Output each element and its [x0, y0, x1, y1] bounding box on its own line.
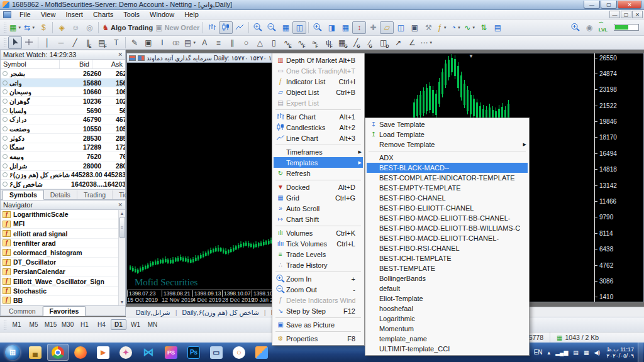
maximize-button[interactable]: ▢ — [601, 1, 617, 9]
trade-levels-btn-button[interactable]: ⇅ — [477, 21, 491, 34]
navigator-item-mfi[interactable]: ƒMFI — [1, 219, 118, 229]
taskbar-vscode-button[interactable]: ⋈ — [138, 344, 159, 361]
symbol-column-header[interactable]: Symbol — [1, 60, 60, 69]
taskbar-media-player-button[interactable]: ▶ — [92, 344, 114, 361]
bar-chart-menu-item[interactable]: Bar ChartAlt+1 — [274, 111, 363, 122]
navigator-item-colormacd-histogram[interactable]: ƒcolormacd_histogram — [1, 248, 118, 258]
mdi-restore-button[interactable]: ▢ — [621, 11, 631, 18]
delete-indicators-window-menu-item[interactable]: ƒDelete Indicators Window — [274, 295, 363, 305]
trade-history-menu-item[interactable]: ∴Trade History — [274, 260, 363, 270]
grid-menu-item[interactable]: ▦GridCtrl+G — [274, 192, 363, 203]
navigator-btn-button[interactable]: ☺ — [69, 21, 82, 34]
period-button-m15[interactable]: M15 — [43, 319, 58, 330]
properties-menu-item[interactable]: ⚙PropertiesF8 — [274, 333, 363, 344]
navigator-item-stochastic[interactable]: ƒStochastic — [1, 287, 118, 296]
menubar-item-help[interactable]: Help — [179, 10, 204, 19]
zoom-out-menu-item[interactable]: Zoom Out- — [274, 284, 363, 295]
table-row[interactable]: شاخص کل۶1642038....1642038.... — [1, 180, 125, 189]
vertical-line-button[interactable]: │ — [40, 36, 54, 49]
chart-window-icon[interactable] — [3, 11, 11, 18]
new-chart-button[interactable]: ▦▼ — [8, 21, 23, 34]
cursor-button[interactable] — [8, 36, 22, 49]
navigator-item-elliott-wave-oscillator-sign[interactable]: ƒElliott_Wave_Oscillator_Sign — [1, 277, 118, 286]
search-button[interactable] — [569, 21, 582, 34]
chart-shift-menu-item[interactable]: ↦Chart Shift — [274, 214, 363, 224]
navigator-item-persiancalendar[interactable]: ƒPersianCalendar — [1, 267, 118, 277]
one-click-trading-menu-item[interactable]: ▭One Click TradingAlt+T — [274, 65, 363, 76]
best-empty-template-menu-item[interactable]: BEST-EMPTY-TEMPLATE — [367, 183, 528, 193]
taskbar-photoshop-button[interactable]: Ps — [183, 344, 204, 361]
fibo-retracement-button[interactable]: ▤F — [96, 36, 109, 49]
scroll-up-icon[interactable]: ▲ — [120, 210, 125, 217]
best-fibo-eliiott-chanel-menu-item[interactable]: BEST-FIBO-ELIIOTT-CHANEL — [367, 203, 528, 213]
best-ichi-template-menu-item[interactable]: BEST-ICHI-TEMPLATE — [367, 253, 528, 263]
price-scale[interactable]: 2655024874231982152219846181701649414818… — [595, 53, 643, 302]
period-button-mn[interactable]: MN — [145, 319, 160, 330]
grid-toggle-button[interactable]: ▦ — [338, 21, 352, 34]
screenshot-button[interactable]: ▣ — [408, 21, 421, 34]
candlesticks-menu-item[interactable]: CandlesticksAlt+2 — [274, 122, 363, 133]
show-desktop-button[interactable] — [638, 343, 643, 362]
taskbar-start-button[interactable]: ⊞ — [2, 344, 23, 361]
period-button-h4[interactable]: H4 — [94, 319, 109, 330]
stamps-button[interactable]: ▤▼ — [183, 36, 197, 49]
zoom-in-menu-item[interactable]: Zoom In+ — [274, 273, 363, 284]
navigator-item-elliott-arad-signal[interactable]: ƒelliott arad signal — [1, 229, 118, 238]
more-shapes-button[interactable]: ⋯▼ — [419, 36, 434, 49]
text-label-button[interactable]: A — [197, 36, 211, 49]
navigator-item-bb[interactable]: ƒBB — [1, 296, 118, 305]
toolbar-grip[interactable] — [3, 38, 6, 47]
label-tool-button[interactable]: ▣ — [142, 36, 155, 49]
color-picker-button[interactable]: ✎ — [128, 36, 142, 49]
navigator-item-logarithmicscale[interactable]: ƒLogarithmicScale — [1, 210, 118, 219]
expert-list-menu-item[interactable]: ▤Expert List — [274, 97, 363, 108]
table-row[interactable]: وبيمه76207620 — [1, 152, 125, 162]
pitchfork-button[interactable]: ψF — [322, 36, 336, 49]
taskbar-metatrader-button[interactable] — [251, 344, 272, 361]
table-row[interactable]: درازک4679046790 — [1, 115, 125, 124]
hooshefaal-menu-item[interactable]: hooshefaal — [367, 304, 528, 314]
adx-menu-item[interactable]: ADX — [367, 153, 528, 163]
flag-alert-icon[interactable]: ▤ — [573, 349, 579, 356]
angle-tool-button[interactable]: ∠ — [405, 36, 419, 49]
chart-shift-marker-icon[interactable]: ▼ — [469, 53, 474, 59]
scroll-down-icon[interactable]: ▼ — [120, 299, 125, 305]
network-signal-icon[interactable]: ▂▄▆ — [555, 349, 568, 356]
algo-trading-button[interactable]: ♞Algo Trading — [101, 21, 154, 34]
best-fibo-rsi-chanel-menu-item[interactable]: BEST-FIBO-RSI-CHANEL — [367, 243, 528, 253]
templates-menu-item[interactable]: Templates▶ — [274, 157, 363, 168]
docked-menu-item[interactable]: ▼DockedAlt+D — [274, 182, 363, 192]
table-row[interactable]: وسبحان1066010660 — [1, 87, 125, 97]
bollingerbands-menu-item[interactable]: BollingerBands — [367, 273, 528, 283]
tile-windows-button[interactable]: ▦ — [279, 21, 292, 34]
auto-scroll-menu-item[interactable]: »Auto Scroll — [274, 203, 363, 214]
object-list-menu-item[interactable]: ▱Object ListCtrl+B — [274, 87, 363, 97]
tools-button[interactable]: ⚒ — [421, 21, 435, 34]
new-order-button[interactable]: ▣New Order — [154, 21, 201, 34]
save-template-menu-item[interactable]: ↧Save Template — [367, 119, 528, 129]
parallel-lines-button[interactable]: ∥ — [225, 36, 239, 49]
bar-chart-button[interactable] — [205, 21, 219, 34]
table-row[interactable]: وصنعت1055010550 — [1, 124, 125, 134]
close-button[interactable]: ✕ — [618, 1, 641, 9]
gann-fan-button[interactable]: ╱G — [350, 36, 364, 49]
equidistant-channel-button[interactable]: ∥E — [82, 36, 96, 49]
menubar-item-window[interactable]: Window — [145, 10, 179, 19]
levels-tool-button[interactable]: ≡ — [211, 36, 225, 49]
rectangle-button[interactable]: ▯ — [267, 36, 280, 49]
menubar-item-insert[interactable]: Insert — [60, 10, 88, 19]
depth-of-market-menu-item[interactable]: ▥Depth Of MarketAlt+B — [274, 55, 363, 65]
market-watch-tab-details[interactable]: Details — [44, 190, 77, 199]
language-indicator[interactable]: EN — [534, 349, 543, 356]
hidden-icons-arrow-icon[interactable]: ▴ — [548, 349, 551, 356]
template-name-menu-item[interactable]: template_name — [367, 334, 528, 344]
line-chart-menu-item[interactable]: Line ChartAlt+3 — [274, 133, 363, 143]
navigator-close-icon[interactable]: ✕ — [118, 202, 123, 208]
community-button[interactable]: ◉ — [582, 21, 596, 34]
fibo-grid-button[interactable]: ▦G — [336, 36, 350, 49]
market-watch-button[interactable]: $ — [36, 21, 50, 34]
best-template-menu-item[interactable]: BEST-TEMPLATE — [367, 263, 528, 273]
lvl-button[interactable]: ⌒LVL — [596, 21, 610, 34]
tick-volumes-menu-item[interactable]: ılııTick VolumesCtrl+L — [274, 238, 363, 249]
period-button-m1[interactable]: M1 — [9, 319, 25, 330]
